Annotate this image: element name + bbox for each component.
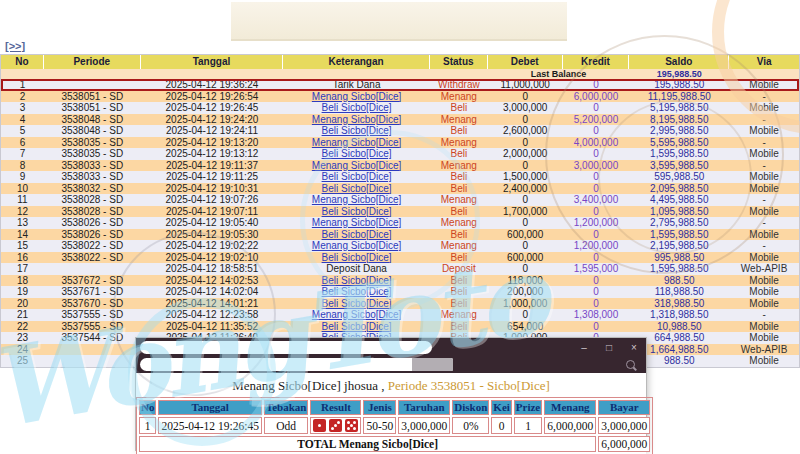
bet-column-header-no: No	[139, 400, 156, 415]
cell-via: -	[729, 91, 799, 103]
cell-no: 6	[1, 137, 44, 149]
cell-saldo: 5,195,988.50	[629, 102, 729, 114]
cell-saldo: 118,988.50	[629, 286, 729, 298]
cell-no: 13	[1, 217, 44, 229]
browser-tab[interactable]	[140, 341, 432, 354]
cell-saldo: 595,988.50	[629, 171, 729, 183]
cell-status: Beli	[430, 252, 488, 264]
keterangan-link[interactable]: Beli Sicbo[Dice]	[322, 183, 392, 194]
cell-kredit: 0	[563, 252, 630, 264]
keterangan-link[interactable]: Beli Sicbo[Dice]	[322, 275, 392, 286]
keterangan-link[interactable]: Beli Sicbo[Dice]	[322, 252, 392, 263]
column-header-tanggal: Tanggal	[141, 55, 284, 69]
transaction-row: 163538022 - SD2025-04-12 19:02:10Beli Si…	[1, 252, 799, 264]
keterangan-link[interactable]: Beli Sicbo[Dice]	[322, 229, 392, 240]
cell-status: Beli	[430, 148, 488, 160]
dice-3-icon	[329, 419, 342, 432]
cell-saldo: 3,595,988.50	[629, 160, 729, 172]
cell-no: 19	[1, 286, 44, 298]
cell-status: Beli	[430, 171, 488, 183]
cell-status: Deposit	[430, 263, 488, 275]
cell-no: 5	[1, 125, 44, 137]
dice-5-icon	[345, 419, 358, 432]
transaction-row: 133538026 - SD2025-04-12 19:05:40Menang …	[1, 217, 799, 229]
bet-cell-tebakan: Odd	[264, 417, 309, 434]
zoom-search-icon[interactable]	[626, 360, 635, 369]
bet-cell-no: 1	[139, 417, 156, 434]
keterangan-link[interactable]: Menang Sicbo[Dice]	[312, 240, 402, 251]
cell-kredit: 3,000,000	[563, 160, 630, 172]
bet-total-label: TOTAL Menang Sicbo[Dice]	[139, 436, 596, 452]
keterangan-link[interactable]: Beli Sicbo[Dice]	[322, 125, 392, 136]
cell-keterangan: Beli Sicbo[Dice]	[283, 321, 430, 333]
keterangan-link[interactable]: Beli Sicbo[Dice]	[322, 321, 392, 332]
cell-keterangan: Beli Sicbo[Dice]	[283, 286, 430, 298]
bet-cell-prize: 1	[514, 417, 542, 434]
cell-tanggal: 2025-04-12 19:26:45	[141, 102, 284, 114]
bet-column-header-jenis: Jenis	[363, 400, 396, 415]
address-bar[interactable]	[140, 358, 453, 371]
keterangan-link[interactable]: Menang Sicbo[Dice]	[312, 309, 402, 320]
keterangan-link[interactable]: Menang Sicbo[Dice]	[312, 160, 402, 171]
cell-status: Menang	[430, 309, 488, 321]
cell-via: Mobile	[729, 275, 799, 287]
transaction-row: 73538035 - SD2025-04-12 19:13:12Beli Sic…	[1, 148, 799, 160]
bet-column-header-menang: Menang	[544, 400, 596, 415]
keterangan-link[interactable]: Menang Sicbo[Dice]	[312, 217, 402, 228]
keterangan-link[interactable]: Beli Sicbo[Dice]	[322, 206, 392, 217]
keterangan-link[interactable]: Menang Sicbo[Dice]	[312, 137, 402, 148]
popup-titlebar[interactable]: – □ ×	[136, 338, 646, 357]
cell-no: 18	[1, 275, 44, 287]
cell-status: Beli	[430, 229, 488, 241]
keterangan-link[interactable]: Beli Sicbo[Dice]	[322, 286, 392, 297]
bet-column-header-tebakan: Tebakan	[264, 400, 309, 415]
address-bar-button[interactable]	[412, 358, 453, 371]
cell-kredit: 0	[563, 183, 630, 195]
keterangan-link[interactable]: Beli Sicbo[Dice]	[322, 171, 392, 182]
bet-cell-jenis: 50-50	[363, 417, 396, 434]
bet-column-header-bayar: Bayar	[598, 400, 650, 415]
cell-keterangan: Beli Sicbo[Dice]	[283, 298, 430, 310]
cell-via: Mobile	[729, 206, 799, 218]
cell-tanggal: 2025-04-12 19:05:30	[141, 229, 284, 241]
popup-title-periode: Periode 3538051 - Sicbo[Dice]	[388, 378, 550, 393]
cell-tanggal: 2025-04-12 19:02:22	[141, 240, 284, 252]
transaction-row: 172025-04-12 18:58:51Deposit DanaDeposit…	[1, 263, 799, 275]
cell-via: -	[729, 137, 799, 149]
cell-status: Beli	[430, 275, 488, 287]
minimize-button[interactable]: –	[578, 338, 590, 357]
bet-cell-menang: 6,000,000	[544, 417, 596, 434]
maximize-button[interactable]: □	[603, 338, 615, 357]
bet-cell-dice	[310, 417, 361, 434]
cell-keterangan: Beli Sicbo[Dice]	[283, 183, 430, 195]
cell-debet: 0	[488, 160, 563, 172]
cell-periode: 3538032 - SD	[44, 183, 141, 195]
cell-via: Mobile	[729, 229, 799, 241]
cell-no: 12	[1, 206, 44, 218]
cell-debet: 3,000,000	[488, 102, 563, 114]
cell-kredit: 1,200,000	[563, 217, 630, 229]
cell-no: 16	[1, 252, 44, 264]
keterangan-link[interactable]: Menang Sicbo[Dice]	[312, 91, 402, 102]
cell-via: Mobile	[729, 102, 799, 114]
close-button[interactable]: ×	[628, 338, 640, 357]
keterangan-link[interactable]: Beli Sicbo[Dice]	[322, 102, 392, 113]
keterangan-link[interactable]: Menang Sicbo[Dice]	[312, 194, 402, 205]
keterangan-link[interactable]: Menang Sicbo[Dice]	[312, 114, 402, 125]
bet-total-value: 6,000,000	[598, 436, 650, 452]
keterangan-link[interactable]: Beli Sicbo[Dice]	[322, 148, 392, 159]
cell-periode	[44, 344, 141, 356]
cell-no: 9	[1, 171, 44, 183]
cell-via: -	[729, 240, 799, 252]
transaction-row: 43538048 - SD2025-04-12 19:24:20Menang S…	[1, 114, 799, 126]
cell-periode: 3538033 - SD	[44, 160, 141, 172]
cell-via: Mobile	[729, 332, 799, 344]
bet-column-header-tanggal: Tanggal	[158, 400, 261, 415]
cell-via: -	[729, 217, 799, 229]
keterangan-link[interactable]: Beli Sicbo[Dice]	[322, 298, 392, 309]
pagination-next-link[interactable]: [>>]	[5, 40, 25, 52]
cell-debet: 1,500,000	[488, 171, 563, 183]
cell-no: 22	[1, 321, 44, 333]
column-header-keterangan: Keterangan	[283, 55, 430, 69]
cell-periode: 3537544 - SD	[44, 332, 141, 344]
